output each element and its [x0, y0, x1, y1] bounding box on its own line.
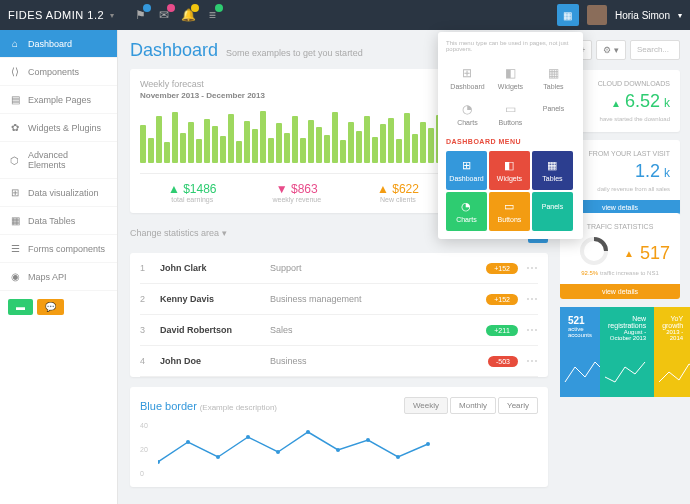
charts-icon: ◔ — [446, 200, 487, 213]
sidebar: ⌂Dashboard ⟨⟩Components ▤Example Pages ✿… — [0, 30, 118, 504]
more-icon[interactable]: ⋯ — [526, 261, 538, 275]
bar — [252, 129, 258, 163]
sidebar-badge-orange[interactable]: 💬 — [37, 299, 64, 315]
yoy-tile[interactable]: YoY growth 2013 - 2014 — [654, 307, 690, 397]
username[interactable]: Horia Simon — [615, 10, 670, 21]
mail-icon[interactable]: ✉ — [153, 4, 175, 26]
popover-item[interactable]: ⊞Dashboard — [446, 60, 489, 96]
sidebar-item-dataviz[interactable]: ⊞Data visualization — [0, 179, 117, 207]
registrations-tile[interactable]: New registrations August - October 2013 — [600, 307, 654, 397]
popover-item[interactable]: Panels — [532, 96, 575, 132]
sidebar-item-components[interactable]: ⟨⟩Components — [0, 58, 117, 86]
bar — [308, 120, 314, 163]
bar — [220, 136, 226, 163]
active-accounts-tile[interactable]: 521 active accounts — [560, 307, 600, 397]
popover-section-header: DASHBOARD MENU — [446, 138, 575, 145]
widgets-icon: ◧ — [489, 159, 530, 172]
bar — [332, 112, 338, 163]
bar — [260, 111, 266, 163]
components-icon: ⟨⟩ — [10, 66, 20, 77]
downloads-value: 6.52 — [625, 91, 660, 112]
sidebar-item-label: Example Pages — [28, 95, 91, 105]
popover-tile[interactable]: Panels — [532, 192, 573, 231]
tab-weekly[interactable]: Weekly — [404, 397, 448, 414]
bar — [420, 122, 426, 163]
page-title: Dashboard — [130, 40, 218, 61]
table-row[interactable]: 3David RobertsonSales+211⋯ — [140, 315, 538, 346]
apps-grid-button[interactable]: ▦ — [557, 4, 579, 26]
bar — [428, 128, 434, 163]
tab-yearly[interactable]: Yearly — [498, 397, 538, 414]
traffic-label: TRAFIC STATISTICS — [570, 223, 670, 230]
sidebar-item-label: Advanced Elements — [28, 150, 107, 170]
popover-item[interactable]: ▦Tables — [532, 60, 575, 96]
sidebar-item-dashboard[interactable]: ⌂Dashboard — [0, 30, 117, 58]
task-icon[interactable]: ≡ — [201, 4, 223, 26]
svg-point-3 — [246, 435, 250, 439]
more-icon[interactable]: ⋯ — [526, 354, 538, 368]
svg-point-2 — [216, 455, 220, 459]
table-row[interactable]: 4John DoeBusiness-503⋯ — [140, 346, 538, 377]
stat: ▲ $1486total earnings — [168, 182, 217, 203]
bar — [204, 119, 210, 163]
forms-icon: ☰ — [10, 243, 20, 254]
sidebar-badge-green[interactable]: ▬ — [8, 299, 33, 315]
bar — [324, 135, 330, 163]
sidebar-item-label: Data visualization — [28, 188, 99, 198]
bar — [148, 138, 154, 163]
sidebar-item-label: Widgets & Plugins — [28, 123, 101, 133]
bar — [276, 123, 282, 163]
bell-icon[interactable]: 🔔 — [177, 4, 199, 26]
more-icon[interactable]: ⋯ — [526, 292, 538, 306]
tiles-row: 521 active accounts New registrations Au… — [560, 307, 680, 397]
stat: ▼ $863weekly revenue — [272, 182, 321, 203]
gear-button[interactable]: ⚙ ▾ — [596, 40, 626, 60]
svg-point-4 — [276, 450, 280, 454]
sidebar-item-advanced[interactable]: ⬡Advanced Elements — [0, 142, 117, 179]
popover-item[interactable]: ▭Buttons — [489, 96, 532, 132]
dashboard-icon: ⊞ — [446, 66, 489, 80]
view-details-button[interactable]: view details — [560, 284, 680, 299]
topbar: FIDES ADMIN 1.2 ▾ ⚑ ✉ 🔔 ≡ ▦ Horia Simon … — [0, 0, 690, 30]
popover-tile[interactable]: ▭Buttons — [489, 192, 530, 231]
sidebar-item-label: Components — [28, 67, 79, 77]
bar — [236, 141, 242, 163]
gauge-icon — [579, 236, 609, 266]
popover-tile[interactable]: ◧Widgets — [489, 151, 530, 190]
more-icon[interactable]: ⋯ — [526, 323, 538, 337]
avatar[interactable] — [587, 5, 607, 25]
topbar-notifications: ⚑ ✉ 🔔 ≡ — [129, 4, 223, 26]
popover-item[interactable]: ◔Charts — [446, 96, 489, 132]
sales-value: 1.2 — [635, 161, 660, 182]
sidebar-item-example[interactable]: ▤Example Pages — [0, 86, 117, 114]
sidebar-item-widgets[interactable]: ✿Widgets & Plugins — [0, 114, 117, 142]
svg-point-6 — [336, 448, 340, 452]
user-chevron-icon[interactable]: ▾ — [678, 11, 682, 20]
sidebar-item-label: Dashboard — [28, 39, 72, 49]
bar — [284, 133, 290, 163]
change-stats-dropdown[interactable]: Change statistics area ▾ — [130, 228, 227, 238]
tab-monthly[interactable]: Monthly — [450, 397, 496, 414]
bar — [164, 142, 170, 163]
popover-grid: ⊞Dashboard◧Widgets▦Tables◔Charts▭Buttons… — [446, 60, 575, 132]
downloads-label: CLOUD DOWNLOADS — [570, 80, 670, 87]
svg-point-9 — [426, 442, 430, 446]
bar — [300, 138, 306, 163]
sidebar-item-label: Forms components — [28, 244, 105, 254]
popover-item[interactable]: ◧Widgets — [489, 60, 532, 96]
popover-tile[interactable]: ◔Charts — [446, 192, 487, 231]
sidebar-item-maps[interactable]: ◉Maps API — [0, 263, 117, 291]
dashboard-icon: ⌂ — [10, 38, 20, 49]
table-row[interactable]: 2Kenny DavisBusiness management+152⋯ — [140, 284, 538, 315]
sidebar-item-forms[interactable]: ☰Forms components — [0, 235, 117, 263]
search-input[interactable]: Search... — [630, 40, 680, 60]
popover-tile[interactable]: ▦Tables — [532, 151, 573, 190]
popover-tile[interactable]: ⊞Dashboard — [446, 151, 487, 190]
table-row[interactable]: 1John ClarkSupport+152⋯ — [140, 253, 538, 284]
chart-period-toggle: Weekly Monthly Yearly — [404, 397, 538, 414]
chevron-down-icon[interactable]: ▾ — [110, 11, 114, 20]
buttons-icon: ▭ — [489, 200, 530, 213]
sidebar-item-tables[interactable]: ▦Data Tables — [0, 207, 117, 235]
bar — [364, 116, 370, 163]
flag-icon[interactable]: ⚑ — [129, 4, 151, 26]
